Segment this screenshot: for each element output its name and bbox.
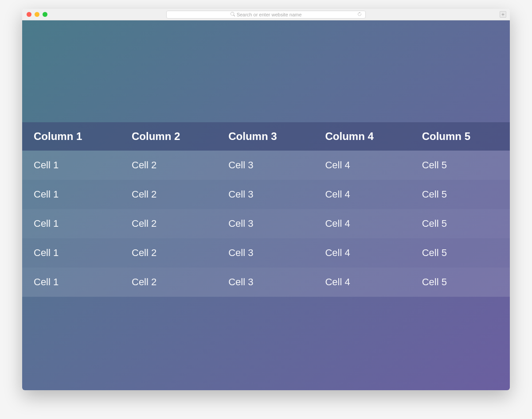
table-cell: Cell 3 <box>219 238 316 268</box>
table-header-row: Column 1 Column 2 Column 3 Column 4 Colu… <box>22 122 510 151</box>
table-cell: Cell 2 <box>123 209 219 238</box>
search-icon <box>231 12 235 17</box>
table-row: Cell 1 Cell 2 Cell 3 Cell 4 Cell 5 <box>22 151 510 180</box>
table-cell: Cell 4 <box>316 180 413 209</box>
new-tab-button[interactable]: + <box>500 11 506 18</box>
table-cell: Cell 1 <box>22 180 123 209</box>
table-cell: Cell 1 <box>22 268 123 297</box>
table-cell: Cell 5 <box>413 180 510 209</box>
table-cell: Cell 4 <box>316 209 413 238</box>
column-header: Column 4 <box>316 122 413 151</box>
table-cell: Cell 1 <box>22 238 123 268</box>
table-cell: Cell 4 <box>316 238 413 268</box>
table-cell: Cell 1 <box>22 151 123 180</box>
table-cell: Cell 3 <box>219 151 316 180</box>
plus-icon: + <box>501 12 505 17</box>
minimize-window-button[interactable] <box>35 12 39 17</box>
table-cell: Cell 1 <box>22 209 123 238</box>
url-placeholder: Search or enter website name <box>237 12 302 17</box>
browser-window: Search or enter website name + Column 1 … <box>22 9 510 390</box>
table-cell: Cell 2 <box>123 180 219 209</box>
table-cell: Cell 5 <box>413 268 510 297</box>
window-controls <box>27 12 47 17</box>
table-row: Cell 1 Cell 2 Cell 3 Cell 4 Cell 5 <box>22 268 510 297</box>
table-cell: Cell 2 <box>123 268 219 297</box>
table-cell: Cell 5 <box>413 209 510 238</box>
url-bar[interactable]: Search or enter website name <box>166 11 366 19</box>
column-header: Column 1 <box>22 122 123 151</box>
table-cell: Cell 4 <box>316 151 413 180</box>
table-row: Cell 1 Cell 2 Cell 3 Cell 4 Cell 5 <box>22 180 510 209</box>
table-cell: Cell 4 <box>316 268 413 297</box>
page-viewport: Column 1 Column 2 Column 3 Column 4 Colu… <box>22 20 510 390</box>
table-row: Cell 1 Cell 2 Cell 3 Cell 4 Cell 5 <box>22 209 510 238</box>
maximize-window-button[interactable] <box>43 12 47 17</box>
table-cell: Cell 3 <box>219 209 316 238</box>
table-cell: Cell 5 <box>413 238 510 268</box>
table-cell: Cell 2 <box>123 151 219 180</box>
table-cell: Cell 2 <box>123 238 219 268</box>
table-cell: Cell 5 <box>413 151 510 180</box>
table-row: Cell 1 Cell 2 Cell 3 Cell 4 Cell 5 <box>22 238 510 268</box>
table-cell: Cell 3 <box>219 180 316 209</box>
reload-icon[interactable] <box>357 12 362 17</box>
column-header: Column 5 <box>413 122 510 151</box>
browser-chrome: Search or enter website name + <box>22 9 510 20</box>
close-window-button[interactable] <box>27 12 31 17</box>
column-header: Column 3 <box>219 122 316 151</box>
table-cell: Cell 3 <box>219 268 316 297</box>
column-header: Column 2 <box>123 122 219 151</box>
data-table: Column 1 Column 2 Column 3 Column 4 Colu… <box>22 122 510 297</box>
